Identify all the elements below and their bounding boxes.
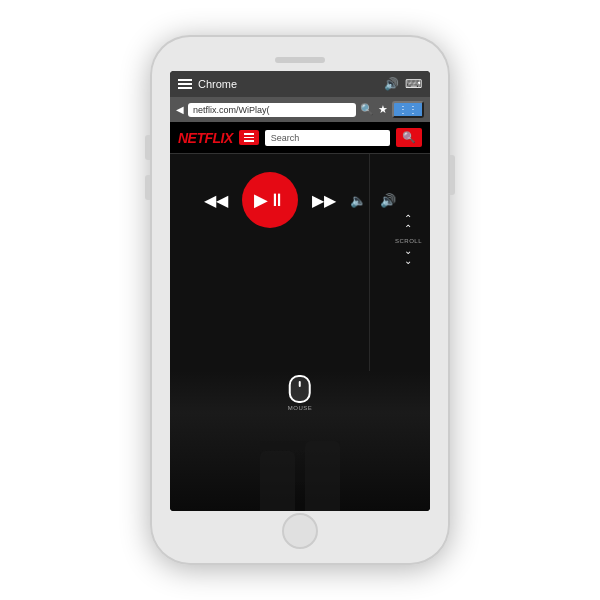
fast-forward-button[interactable]: ▶▶ bbox=[312, 191, 336, 210]
mouse-icon bbox=[289, 375, 311, 403]
url-bar: ◀ netflix.com/WiPlay( 🔍 ★ ⋮⋮ bbox=[170, 97, 430, 122]
chrome-bar-left: Chrome bbox=[178, 78, 237, 90]
side-button-power[interactable] bbox=[450, 155, 455, 195]
play-pause-icon: ▶⏸ bbox=[254, 189, 286, 211]
player-area: ◀◀ ▶⏸ ▶▶ 🔈 🔊 ⌃⌃ SCROLL ⌄⌄ bbox=[170, 154, 430, 511]
netflix-menu-button[interactable] bbox=[239, 130, 259, 145]
chrome-bar: Chrome 🔊 ⌨ bbox=[170, 71, 430, 97]
foot-left bbox=[260, 451, 295, 511]
volume-low-button[interactable]: 🔈 bbox=[350, 193, 366, 208]
netflix-header: NETFLIX Search 🔍 bbox=[170, 122, 430, 154]
player-controls: ◀◀ ▶⏸ ▶▶ 🔈 🔊 bbox=[194, 154, 406, 238]
browser-search-button[interactable]: 🔍 bbox=[360, 103, 374, 116]
volume-high-button[interactable]: 🔊 bbox=[380, 193, 396, 208]
browser-back-button[interactable]: ◀ bbox=[176, 104, 184, 115]
chrome-bar-right: 🔊 ⌨ bbox=[384, 77, 422, 91]
browser-grid-button[interactable]: ⋮⋮ bbox=[392, 101, 424, 118]
chrome-title: Chrome bbox=[198, 78, 237, 90]
mouse-indicator: MOUSE bbox=[288, 375, 313, 411]
netflix-search-input[interactable]: Search bbox=[265, 130, 390, 146]
keyboard-icon[interactable]: ⌨ bbox=[405, 77, 422, 91]
phone-speaker bbox=[275, 57, 325, 63]
side-button-volume-down[interactable] bbox=[145, 175, 150, 200]
scroll-down-arrows: ⌄⌄ bbox=[404, 246, 412, 266]
scroll-label: SCROLL bbox=[395, 238, 422, 244]
phone-top-bar bbox=[158, 51, 442, 69]
phone-screen: Chrome 🔊 ⌨ ◀ netflix.com/WiPlay( 🔍 ★ ⋮⋮ … bbox=[170, 71, 430, 511]
phone-frame: Chrome 🔊 ⌨ ◀ netflix.com/WiPlay( 🔍 ★ ⋮⋮ … bbox=[150, 35, 450, 565]
phone-home-button[interactable] bbox=[282, 513, 318, 549]
netflix-search-button[interactable]: 🔍 bbox=[396, 128, 422, 147]
side-button-volume-up[interactable] bbox=[145, 135, 150, 160]
play-pause-button[interactable]: ▶⏸ bbox=[242, 172, 298, 228]
netflix-logo: NETFLIX bbox=[178, 130, 233, 146]
url-actions: 🔍 ★ ⋮⋮ bbox=[360, 101, 424, 118]
volume-icon[interactable]: 🔊 bbox=[384, 77, 399, 91]
url-display[interactable]: netflix.com/WiPlay( bbox=[188, 103, 356, 117]
feet-silhouette bbox=[240, 421, 360, 511]
mouse-label: MOUSE bbox=[288, 405, 313, 411]
foot-right bbox=[305, 441, 340, 511]
rewind-button[interactable]: ◀◀ bbox=[204, 191, 228, 210]
bookmark-icon[interactable]: ★ bbox=[378, 103, 388, 116]
hamburger-menu-icon[interactable] bbox=[178, 79, 192, 89]
